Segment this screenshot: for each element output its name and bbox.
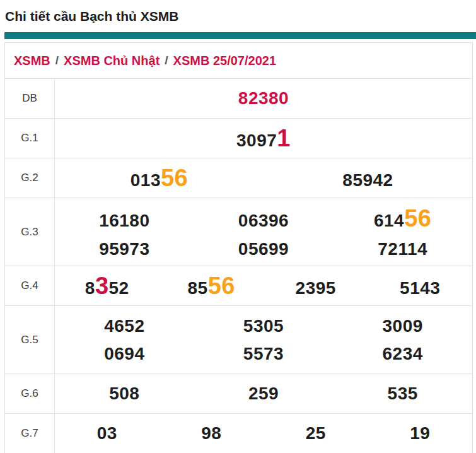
prize-row-label: G.2 bbox=[5, 158, 55, 197]
prize-digit-segment: 3097 bbox=[236, 131, 277, 150]
prize-digit-segment: 2395 bbox=[296, 278, 336, 298]
results-table-rows: DB82380G.130971G.20135685942G.3161800639… bbox=[5, 78, 472, 453]
prize-number: 259 bbox=[194, 385, 334, 403]
prize-line: 069455736234 bbox=[55, 345, 472, 363]
prize-digit-segment: 535 bbox=[388, 384, 418, 403]
breadcrumb-separator: / bbox=[165, 54, 168, 68]
prize-row-g3: G.3161800639661456959730569972114 bbox=[5, 197, 472, 266]
prize-digit-segment: 19 bbox=[410, 423, 430, 443]
prize-digit-segment: 85 bbox=[188, 278, 208, 298]
prize-number: 4652 bbox=[55, 317, 194, 335]
prize-line: 465253053009 bbox=[55, 317, 472, 335]
prize-number: 0694 bbox=[55, 345, 194, 363]
prize-digit-segment: 6234 bbox=[383, 344, 423, 363]
prize-number: 85942 bbox=[264, 172, 472, 189]
prize-number: 05699 bbox=[194, 240, 334, 258]
prize-number: 06396 bbox=[194, 212, 334, 230]
prize-digit-segment: 5573 bbox=[243, 344, 284, 363]
prize-digit-segment: 52 bbox=[109, 278, 129, 298]
breadcrumb-link-xsmb-date[interactable]: XSMB 25/07/2021 bbox=[173, 54, 276, 68]
prize-line: 03982519 bbox=[55, 425, 472, 442]
prize-line: 8352855623955143 bbox=[55, 274, 472, 298]
prize-number: 72114 bbox=[333, 240, 472, 258]
prize-row-values: 8352855623955143 bbox=[55, 266, 472, 305]
prize-number: 3009 bbox=[333, 317, 472, 335]
prize-digit-segment: 5305 bbox=[243, 316, 284, 336]
prize-row-label: G.5 bbox=[5, 306, 55, 374]
prize-number: 95973 bbox=[55, 240, 194, 258]
prize-row-g5: G.5465253053009069455736234 bbox=[5, 305, 472, 374]
prize-line: 0135685942 bbox=[55, 166, 472, 190]
prize-digit-segment: 25 bbox=[306, 423, 326, 443]
prize-digit-segment: 4652 bbox=[104, 316, 144, 336]
prize-row-g2: G.20135685942 bbox=[5, 158, 472, 197]
prize-row-values: 161800639661456959730569972114 bbox=[55, 198, 472, 266]
prize-number: 03 bbox=[55, 425, 160, 442]
prize-row-g6: G.6508259535 bbox=[5, 374, 472, 413]
prize-row-g7: G.703982519 bbox=[5, 413, 472, 453]
breadcrumb-separator: / bbox=[55, 54, 59, 68]
prize-digit-highlight: 82380 bbox=[238, 88, 289, 108]
accent-divider-bar bbox=[4, 32, 476, 39]
prize-line: 508259535 bbox=[55, 385, 472, 403]
prize-number: 82380 bbox=[55, 90, 472, 107]
prize-row-db: DB82380 bbox=[5, 78, 472, 118]
prize-number: 5143 bbox=[368, 279, 473, 297]
prize-digit-segment: 3009 bbox=[383, 316, 423, 336]
prize-digit-highlight: 56 bbox=[208, 273, 235, 299]
prize-row-g4: G.48352855623955143 bbox=[5, 266, 472, 305]
prize-number: 2395 bbox=[264, 279, 368, 297]
prize-digit-segment: 06396 bbox=[238, 211, 289, 230]
prize-line: 82380 bbox=[55, 90, 472, 107]
prize-digit-segment: 614 bbox=[374, 211, 404, 230]
prize-row-values: 465253053009069455736234 bbox=[55, 306, 472, 374]
prize-number: 01356 bbox=[55, 166, 264, 190]
prize-digit-highlight: 56 bbox=[404, 205, 431, 232]
prize-digit-segment: 259 bbox=[248, 384, 279, 403]
prize-row-label: G.7 bbox=[5, 414, 55, 453]
prize-line: 30971 bbox=[55, 126, 472, 150]
prize-number: 16180 bbox=[55, 212, 194, 230]
prize-row-label: G.1 bbox=[5, 119, 55, 158]
prize-digit-segment: 16180 bbox=[99, 211, 149, 230]
prize-row-label: G.4 bbox=[5, 266, 55, 305]
prize-digit-highlight: 56 bbox=[161, 165, 188, 191]
prize-number: 8352 bbox=[55, 274, 160, 298]
prize-digit-segment: 013 bbox=[131, 170, 161, 190]
prize-row-label: G.6 bbox=[5, 374, 55, 413]
prize-digit-segment: 98 bbox=[201, 423, 221, 443]
prize-number: 508 bbox=[55, 385, 194, 403]
prize-row-label: G.3 bbox=[5, 198, 55, 266]
prize-row-label: DB bbox=[5, 79, 55, 118]
prize-digit-segment: 72114 bbox=[378, 239, 427, 259]
prize-digit-segment: 0694 bbox=[104, 344, 144, 363]
prize-number: 25 bbox=[264, 425, 368, 442]
breadcrumb: XSMB / XSMB Chủ Nhật / XSMB 25/07/2021 bbox=[5, 43, 472, 78]
prize-digit-highlight: 3 bbox=[95, 273, 109, 299]
prize-row-values: 30971 bbox=[55, 119, 472, 158]
prize-row-values: 0135685942 bbox=[55, 158, 472, 197]
prize-line: 161800639661456 bbox=[55, 206, 472, 230]
prize-row-values: 82380 bbox=[55, 79, 472, 118]
prize-number: 8556 bbox=[160, 274, 264, 298]
prize-line: 959730569972114 bbox=[55, 240, 472, 258]
prize-number: 6234 bbox=[333, 345, 472, 363]
page-title: Chi tiết cầu Bạch thủ XSMB bbox=[5, 8, 471, 25]
prize-digit-segment: 508 bbox=[109, 384, 139, 403]
results-table: XSMB / XSMB Chủ Nhật / XSMB 25/07/2021 D… bbox=[4, 42, 473, 453]
prize-row-g1: G.130971 bbox=[5, 118, 472, 158]
prize-digit-segment: 05699 bbox=[238, 239, 289, 259]
prize-digit-segment: 5143 bbox=[400, 278, 440, 298]
breadcrumb-link-xsmb-chu-nhat[interactable]: XSMB Chủ Nhật bbox=[64, 54, 160, 68]
prize-digit-segment: 8 bbox=[85, 278, 95, 298]
prize-number: 19 bbox=[368, 425, 473, 442]
prize-number: 61456 bbox=[333, 206, 472, 230]
prize-digit-segment: 95973 bbox=[99, 239, 149, 259]
prize-number: 30971 bbox=[55, 126, 472, 150]
prize-number: 535 bbox=[333, 385, 472, 403]
prize-number: 98 bbox=[160, 425, 264, 442]
prize-number: 5305 bbox=[194, 317, 334, 335]
prize-digit-segment: 03 bbox=[97, 423, 117, 443]
prize-digit-segment: 85942 bbox=[342, 170, 393, 190]
breadcrumb-link-xsmb[interactable]: XSMB bbox=[14, 54, 50, 68]
